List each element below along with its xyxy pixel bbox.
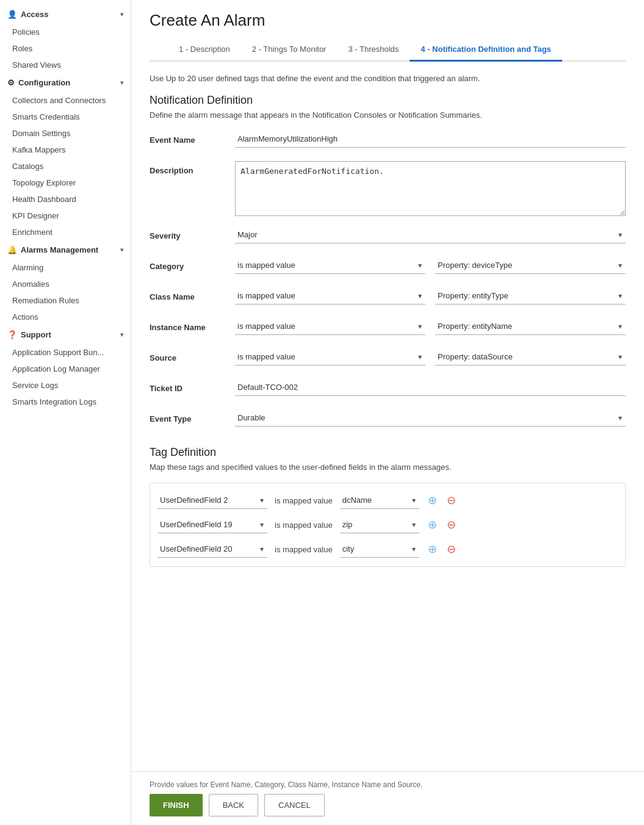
sidebar-item-health-dashboard[interactable]: Health Dashboard	[0, 191, 131, 207]
tab-tab2[interactable]: 2 - Things To Monitor	[241, 38, 338, 62]
tag-property-select-2[interactable]: city	[340, 541, 419, 558]
classname-right-select[interactable]: Property: deviceTypeProperty: entityType…	[435, 287, 626, 304]
tag-field-wrapper-0: UserDefinedField 2	[157, 492, 267, 509]
chevron-access-icon: ▾	[120, 11, 123, 18]
sidebar-section-icon-access: 👤Access	[7, 10, 49, 19]
tag-row-2: UserDefinedField 20 is mapped value city…	[157, 537, 618, 561]
ticketid-input[interactable]	[235, 379, 626, 396]
severity-select[interactable]: MajorMinorCriticalWarningNormal	[235, 226, 626, 243]
sidebar-item-policies[interactable]: Policies	[0, 24, 131, 40]
tag-property-select-1[interactable]: zip	[340, 516, 419, 533]
tag-add-button-2[interactable]: ⊕	[427, 542, 438, 556]
sidebar-item-anomalies[interactable]: Anomalies	[0, 276, 131, 292]
tag-property-wrapper-0: dcName	[340, 492, 419, 509]
sidebar-item-collectors-and-connectors[interactable]: Collectors and Connectors	[0, 92, 131, 109]
tag-row-0: UserDefinedField 2 is mapped value dcNam…	[157, 488, 618, 513]
footer-warning: Provide values for Event Name, Category,…	[150, 780, 626, 789]
eventtype-row: Event Type DurableMomentary	[150, 409, 626, 431]
severity-control: MajorMinorCriticalWarningNormal	[235, 226, 626, 243]
tab-tab4[interactable]: 4 - Notification Definition and Tags	[410, 38, 562, 62]
page-header: Create An Alarm 1 - Description2 - Thing…	[131, 0, 644, 62]
description-textarea[interactable]	[235, 161, 626, 216]
sidebar-item-smarts-integration-logs[interactable]: Smarts Integration Logs	[0, 394, 131, 410]
sidebar-item-actions[interactable]: Actions	[0, 309, 131, 325]
classname-right-wrapper: Property: deviceTypeProperty: entityType…	[435, 287, 626, 304]
sidebar-item-catalogs[interactable]: Catalogs	[0, 158, 131, 175]
notification-section-title: Notification Definition	[150, 94, 626, 107]
ticketid-row: Ticket ID	[150, 379, 626, 401]
tag-property-select-0[interactable]: dcName	[340, 492, 419, 509]
sidebar-item-smarts-credentials[interactable]: Smarts Credentials	[0, 109, 131, 125]
source-left-wrapper: is mapped valueis fixed value	[235, 348, 425, 366]
source-control: is mapped valueis fixed value Property: …	[235, 348, 626, 366]
sidebar-item-enrichment[interactable]: Enrichment	[0, 224, 131, 240]
tag-remove-button-1[interactable]: ⊖	[446, 518, 457, 531]
tabs-bar: 1 - Description2 - Things To Monitor3 - …	[150, 38, 626, 62]
sidebar-section-icon-configuration: ⚙Configuration	[7, 78, 70, 87]
chevron-alarms-icon: ▾	[120, 247, 123, 253]
description-row: Description	[150, 161, 626, 218]
event-name-row: Event Name	[150, 131, 626, 153]
category-right-select[interactable]: Property: deviceTypeProperty: entityType…	[435, 257, 626, 274]
tag-property-wrapper-1: zip	[340, 516, 419, 533]
sidebar-item-alarming[interactable]: Alarming	[0, 259, 131, 276]
tag-field-select-0[interactable]: UserDefinedField 2	[157, 492, 267, 509]
tag-add-button-1[interactable]: ⊕	[427, 518, 438, 531]
sidebar-item-service-logs[interactable]: Service Logs	[0, 377, 131, 394]
tag-remove-button-2[interactable]: ⊖	[446, 542, 457, 556]
eventtype-select[interactable]: DurableMomentary	[235, 409, 626, 427]
finish-button[interactable]: FINISH	[150, 794, 203, 816]
tag-mapped-label-1: is mapped value	[275, 521, 333, 530]
eventtype-label: Event Type	[150, 409, 235, 423]
tag-row-1: UserDefinedField 19 is mapped value zip …	[157, 513, 618, 537]
sidebar-item-shared-views[interactable]: Shared Views	[0, 57, 131, 73]
sidebar-section-alarms[interactable]: 🔔Alarms Management▾	[0, 240, 131, 259]
tag-remove-button-0[interactable]: ⊖	[446, 494, 457, 507]
category-control: is mapped valueis fixed value Property: …	[235, 257, 626, 274]
cancel-button[interactable]: CANCEL	[264, 794, 325, 816]
chevron-configuration-icon: ▾	[120, 79, 123, 86]
sidebar-item-application-support-bun...[interactable]: Application Support Bun...	[0, 344, 131, 361]
tag-field-select-1[interactable]: UserDefinedField 19	[157, 516, 267, 533]
sidebar-item-topology-explorer[interactable]: Topology Explorer	[0, 175, 131, 191]
footer-buttons: FINISH BACK CANCEL	[150, 794, 626, 816]
sidebar-section-configuration[interactable]: ⚙Configuration▾	[0, 73, 131, 92]
tag-field-wrapper-1: UserDefinedField 19	[157, 516, 267, 533]
sidebar-item-application-log-manager[interactable]: Application Log Manager	[0, 361, 131, 377]
sidebar-section-support[interactable]: ❓Support▾	[0, 325, 131, 344]
sidebar-item-domain-settings[interactable]: Domain Settings	[0, 125, 131, 142]
tag-field-wrapper-2: UserDefinedField 20	[157, 541, 267, 558]
event-name-input[interactable]	[235, 131, 626, 148]
tab-tab3[interactable]: 3 - Thresholds	[337, 38, 410, 62]
eventtype-control: DurableMomentary	[235, 409, 626, 427]
sidebar-item-kafka-mappers[interactable]: Kafka Mappers	[0, 142, 131, 158]
instancename-label: Instance Name	[150, 318, 235, 332]
sidebar-item-remediation-rules[interactable]: Remediation Rules	[0, 292, 131, 309]
sidebar-section-icon-support: ❓Support	[7, 330, 51, 339]
sidebar-item-kpi-designer[interactable]: KPI Designer	[0, 207, 131, 224]
instancename-left-select[interactable]: is mapped valueis fixed value	[235, 318, 425, 335]
classname-row: Class Name is mapped valueis fixed value…	[150, 287, 626, 309]
instancename-left-wrapper: is mapped valueis fixed value	[235, 318, 425, 335]
sidebar-item-roles[interactable]: Roles	[0, 40, 131, 57]
category-left-select[interactable]: is mapped valueis fixed value	[235, 257, 425, 274]
event-name-control	[235, 131, 626, 148]
severity-row: Severity MajorMinorCriticalWarningNormal	[150, 226, 626, 248]
category-right-wrapper: Property: deviceTypeProperty: entityType…	[435, 257, 626, 274]
chevron-support-icon: ▾	[120, 331, 123, 338]
sidebar-section-access[interactable]: 👤Access▾	[0, 5, 131, 24]
source-left-select[interactable]: is mapped valueis fixed value	[235, 348, 425, 366]
classname-control: is mapped valueis fixed value Property: …	[235, 287, 626, 304]
footer: Provide values for Event Name, Category,…	[131, 771, 644, 825]
sidebar: 👤Access▾PoliciesRolesShared Views⚙Config…	[0, 0, 131, 825]
tab-tab1[interactable]: 1 - Description	[168, 38, 241, 62]
tag-add-button-0[interactable]: ⊕	[427, 494, 438, 507]
source-right-wrapper: Property: deviceTypeProperty: entityType…	[435, 348, 626, 366]
back-button[interactable]: BACK	[209, 794, 258, 816]
instancename-right-select[interactable]: Property: deviceTypeProperty: entityType…	[435, 318, 626, 335]
source-right-select[interactable]: Property: deviceTypeProperty: entityType…	[435, 348, 626, 366]
classname-left-select[interactable]: is mapped valueis fixed value	[235, 287, 425, 304]
tag-mapped-label-2: is mapped value	[275, 545, 333, 554]
tag-field-select-2[interactable]: UserDefinedField 20	[157, 541, 267, 558]
helper-text: Use Up to 20 user defined tags that defi…	[150, 74, 626, 83]
